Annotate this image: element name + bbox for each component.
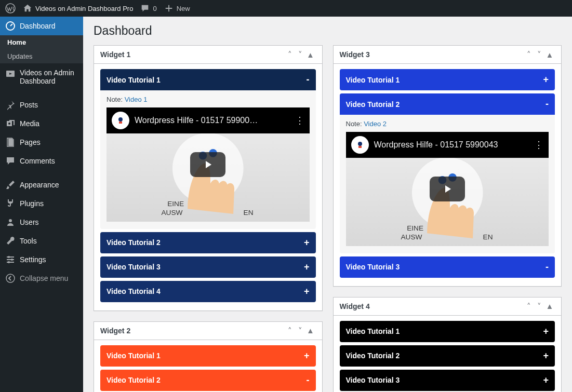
comments-count: 0 (153, 5, 156, 12)
admin-bar: Videos on Admin Dashboard Pro 0 New (0, 0, 572, 17)
new-label: New (177, 5, 190, 12)
comments-link[interactable]: 0 (140, 4, 156, 13)
site-name: Videos on Admin Dashboard Pro (35, 5, 133, 12)
new-content-link[interactable]: New (164, 4, 190, 13)
site-link[interactable]: Videos on Admin Dashboard Pro (23, 4, 133, 13)
wp-logo[interactable] (5, 3, 16, 13)
